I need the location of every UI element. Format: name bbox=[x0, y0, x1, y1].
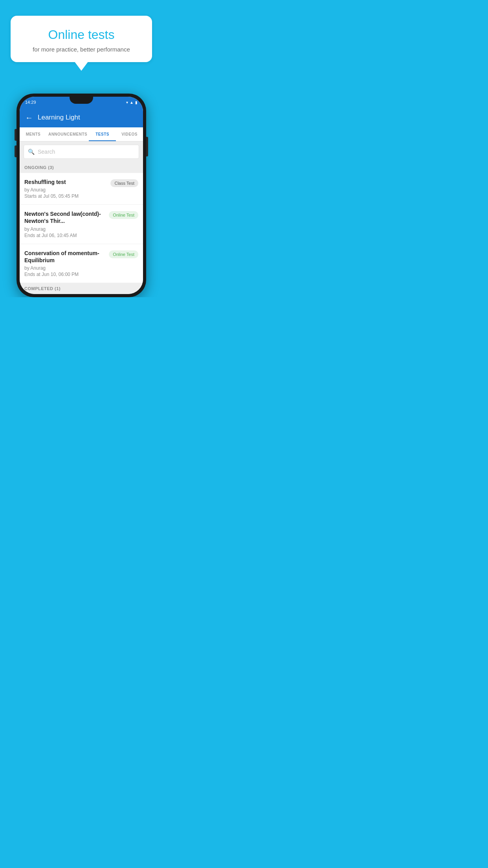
wifi-icon: ▾ bbox=[126, 100, 128, 105]
test-badge-1: Class Test bbox=[110, 179, 138, 187]
tab-ments[interactable]: MENTS bbox=[20, 127, 47, 141]
test-title-2: Newton's Second law(contd)-Newton's Thir… bbox=[24, 210, 106, 224]
tab-tests[interactable]: TESTS bbox=[89, 127, 116, 141]
phone-frame: 14:29 ▾ ▲ ▮ ← Learning Light MENTS ANNOU… bbox=[17, 94, 146, 297]
test-list: Reshuffling test by Anurag Starts at Jul… bbox=[20, 173, 143, 283]
back-button[interactable]: ← bbox=[25, 113, 33, 122]
completed-section-header: COMPLETED (1) bbox=[20, 283, 143, 294]
speech-bubble: Online tests for more practice, better p… bbox=[11, 16, 152, 62]
test-date-1: Starts at Jul 05, 05:45 PM bbox=[24, 193, 107, 199]
phone-screen: 14:29 ▾ ▲ ▮ ← Learning Light MENTS ANNOU… bbox=[20, 97, 143, 294]
status-icons: ▾ ▲ ▮ bbox=[126, 100, 138, 105]
tabs-bar: MENTS ANNOUNCEMENTS TESTS VIDEOS bbox=[20, 127, 143, 142]
test-item-1[interactable]: Reshuffling test by Anurag Starts at Jul… bbox=[20, 173, 143, 205]
test-title-1: Reshuffling test bbox=[24, 178, 107, 186]
phone-mockup: 14:29 ▾ ▲ ▮ ← Learning Light MENTS ANNOU… bbox=[17, 94, 146, 297]
test-item-2[interactable]: Newton's Second law(contd)-Newton's Thir… bbox=[20, 205, 143, 244]
ongoing-section-header: ONGOING (3) bbox=[20, 162, 143, 173]
search-bar[interactable]: 🔍 Search bbox=[24, 145, 139, 159]
speech-bubble-area: Online tests for more practice, better p… bbox=[0, 0, 163, 70]
test-by-2: by Anurag bbox=[24, 226, 106, 232]
test-title-3: Conservation of momentum-Equilibrium bbox=[24, 250, 106, 264]
tab-announcements[interactable]: ANNOUNCEMENTS bbox=[47, 127, 89, 141]
search-icon: 🔍 bbox=[28, 149, 35, 155]
test-info-1: Reshuffling test by Anurag Starts at Jul… bbox=[24, 178, 107, 199]
notch bbox=[70, 97, 93, 104]
bubble-subtitle: for more practice, better performance bbox=[20, 46, 143, 53]
test-info-3: Conservation of momentum-Equilibrium by … bbox=[24, 250, 106, 277]
bubble-title: Online tests bbox=[20, 28, 143, 42]
test-badge-2: Online Test bbox=[109, 211, 138, 219]
tab-videos[interactable]: VIDEOS bbox=[116, 127, 143, 141]
search-input[interactable]: Search bbox=[38, 149, 55, 155]
app-title: Learning Light bbox=[38, 114, 80, 121]
test-by-1: by Anurag bbox=[24, 187, 107, 193]
test-item-3[interactable]: Conservation of momentum-Equilibrium by … bbox=[20, 244, 143, 283]
test-badge-3: Online Test bbox=[109, 250, 138, 258]
battery-icon: ▮ bbox=[135, 100, 138, 105]
status-bar: 14:29 ▾ ▲ ▮ bbox=[20, 97, 143, 108]
test-by-3: by Anurag bbox=[24, 265, 106, 271]
phone-power-button bbox=[146, 137, 148, 156]
search-container: 🔍 Search bbox=[20, 142, 143, 162]
signal-icon: ▲ bbox=[130, 100, 134, 105]
test-info-2: Newton's Second law(contd)-Newton's Thir… bbox=[24, 210, 106, 238]
test-date-3: Ends at Jun 10, 06:00 PM bbox=[24, 272, 106, 277]
test-date-2: Ends at Jul 06, 10:45 AM bbox=[24, 233, 106, 238]
status-time: 14:29 bbox=[25, 100, 36, 105]
app-bar: ← Learning Light bbox=[20, 108, 143, 127]
